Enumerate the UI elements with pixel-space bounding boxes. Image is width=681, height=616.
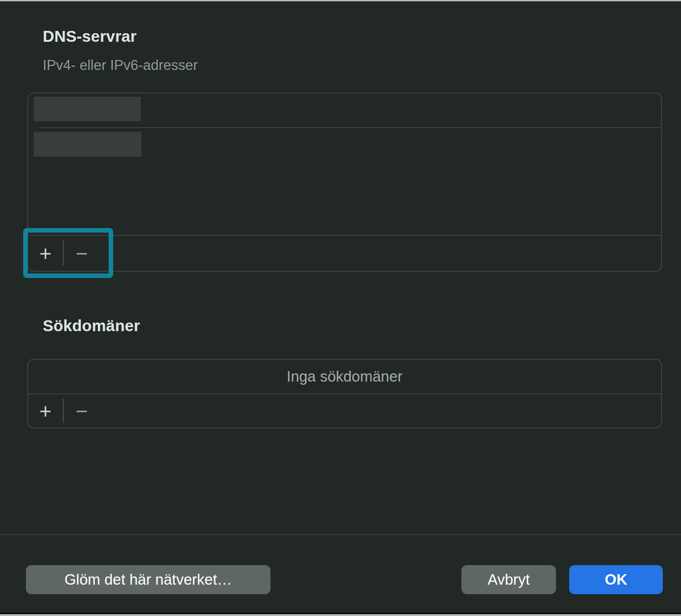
redacted-dns-address xyxy=(34,97,141,121)
dns-settings-dialog: DNS-servrar IPv4- eller IPv6-adresser + … xyxy=(0,0,681,616)
dns-section-subtitle: IPv4- eller IPv6-adresser xyxy=(43,57,198,74)
search-domains-controls: + − xyxy=(28,394,661,427)
window-top-edge xyxy=(0,0,681,1)
dns-list-controls: + − xyxy=(28,236,661,271)
controls-divider xyxy=(63,399,64,423)
search-domains-title: Sökdomäner xyxy=(43,317,140,335)
remove-dns-server-button[interactable]: − xyxy=(72,243,92,264)
dns-server-list: + − xyxy=(27,93,662,272)
dns-server-row[interactable] xyxy=(28,128,661,160)
dns-section-title: DNS-servrar xyxy=(43,27,136,45)
cancel-button[interactable]: Avbryt xyxy=(461,565,556,594)
empty-state-text: Inga sökdomäner xyxy=(28,360,661,393)
add-dns-server-button[interactable]: + xyxy=(36,243,55,264)
remove-search-domain-button[interactable]: − xyxy=(72,401,92,422)
redacted-dns-address xyxy=(34,132,141,157)
add-search-domain-button[interactable]: + xyxy=(36,401,55,422)
controls-divider xyxy=(63,241,64,266)
ok-button[interactable]: OK xyxy=(569,565,663,594)
window-bottom-edge-light xyxy=(0,614,681,616)
forget-network-button[interactable]: Glöm det här nätverket… xyxy=(26,565,270,594)
footer-separator xyxy=(0,534,681,535)
dns-server-row[interactable] xyxy=(28,94,661,127)
search-domains-list: Inga sökdomäner + − xyxy=(27,359,662,428)
